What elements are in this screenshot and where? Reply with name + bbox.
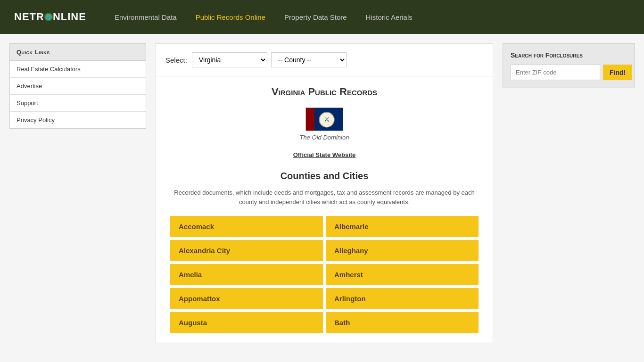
sidebar: Quick Links Real Estate Calculators Adve… <box>9 43 146 343</box>
page-wrapper: Quick Links Real Estate Calculators Adve… <box>0 34 644 353</box>
county-alexandria-city[interactable]: Alexandria City <box>170 240 323 261</box>
county-accomack[interactable]: Accomack <box>170 216 323 237</box>
content-area: Virginia Public Records ⚔ The Old Domini… <box>156 76 493 343</box>
svg-rect-1 <box>306 108 314 131</box>
main-nav: Environmental Data Public Records Online… <box>115 13 413 21</box>
county-albemarle[interactable]: Albemarle <box>326 216 479 237</box>
county-arlington[interactable]: Arlington <box>326 288 479 309</box>
nav-public-records[interactable]: Public Records Online <box>196 13 265 21</box>
find-button[interactable]: Find! <box>603 65 632 80</box>
sidebar-item-advertise[interactable]: Advertise <box>10 78 146 95</box>
official-state-website-link[interactable]: Official State Website <box>293 151 356 158</box>
county-bath[interactable]: Bath <box>326 312 479 333</box>
select-label: Select: <box>165 56 187 64</box>
sidebar-menu: Real Estate Calculators Advertise Suppor… <box>9 61 146 129</box>
counties-section-title: Counties and Cities <box>170 171 479 181</box>
sidebar-item-privacy[interactable]: Privacy Policy <box>10 112 146 128</box>
sidebar-item-real-estate[interactable]: Real Estate Calculators <box>10 61 146 78</box>
counties-grid: Accomack Albemarle Alexandria City Alleg… <box>170 216 479 333</box>
foreclosure-title: Search for Forclosures <box>511 51 627 59</box>
svg-text:⚔: ⚔ <box>324 115 330 123</box>
flag-caption: The Old Dominion <box>170 134 479 141</box>
main-content: Select: Virginia -- County -- Virginia P… <box>156 43 493 343</box>
select-bar: Select: Virginia -- County -- <box>156 44 493 76</box>
official-link-container: Official State Website <box>170 150 479 159</box>
site-logo[interactable]: NETR 🌐 NLINE <box>14 11 86 23</box>
nav-historic-aerials[interactable]: Historic Aerials <box>366 13 413 21</box>
county-amherst[interactable]: Amherst <box>326 264 479 285</box>
county-augusta[interactable]: Augusta <box>170 312 323 333</box>
zip-code-input[interactable] <box>511 65 600 80</box>
flag-container: ⚔ The Old Dominion <box>170 107 479 141</box>
state-select[interactable]: Virginia <box>192 52 267 67</box>
state-title: Virginia Public Records <box>170 86 479 98</box>
sidebar-item-support[interactable]: Support <box>10 95 146 112</box>
county-appomattox[interactable]: Appomattox <box>170 288 323 309</box>
state-flag: ⚔ <box>305 107 343 131</box>
counties-description: Recorded documents, which include deeds … <box>170 188 479 206</box>
county-select[interactable]: -- County -- <box>271 52 347 67</box>
nav-property-data[interactable]: Property Data Store <box>284 13 347 21</box>
header: NETR 🌐 NLINE Environmental Data Public R… <box>0 0 644 34</box>
county-amelia[interactable]: Amelia <box>170 264 323 285</box>
foreclosure-box: Search for Forclosures Find! <box>503 43 635 88</box>
foreclosure-form: Find! <box>511 65 627 80</box>
quick-links-title: Quick Links <box>9 43 146 61</box>
nav-environmental-data[interactable]: Environmental Data <box>115 13 177 21</box>
county-alleghany[interactable]: Alleghany <box>326 240 479 261</box>
right-sidebar: Search for Forclosures Find! <box>503 43 635 343</box>
